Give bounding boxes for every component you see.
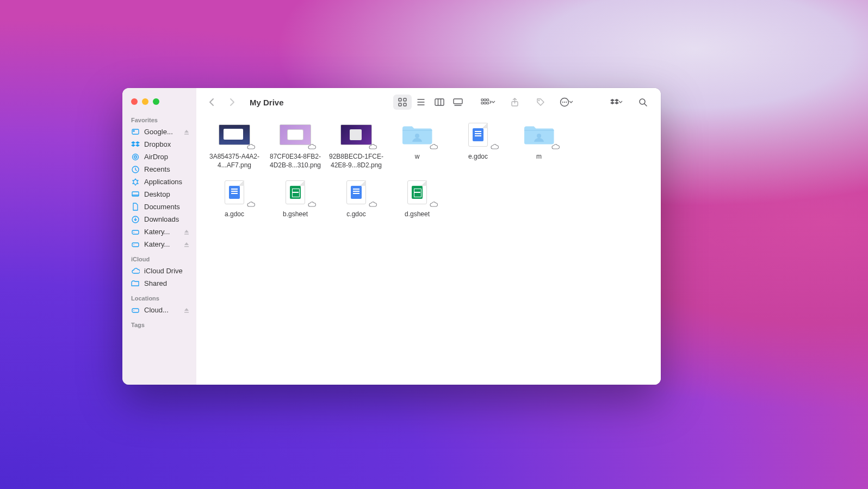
file-name-label: b.gsheet — [265, 210, 326, 218]
dropbox-icon — [131, 140, 140, 149]
file-grid-area[interactable]: 3A854375-A4A2-4...AF7.png87CF0E34-8FB2-4… — [196, 116, 661, 385]
sidebar-item-downloads[interactable]: Downloads — [122, 213, 196, 225]
cloud-status-icon — [429, 143, 438, 150]
sidebar-section-tags: Tags — [122, 316, 196, 330]
cloud-status-icon — [246, 143, 255, 150]
sidebar-item-desktop[interactable]: Desktop — [122, 188, 196, 200]
cloud-status-icon — [490, 143, 499, 150]
sidebar-section-icloud: iCloud — [122, 250, 196, 265]
svg-line-40 — [644, 104, 647, 106]
sidebar-item-label: Cloud... — [144, 306, 179, 314]
eject-icon[interactable] — [183, 307, 190, 314]
airdrop-icon — [131, 153, 140, 161]
close-button[interactable] — [131, 98, 138, 105]
disk-icon — [131, 228, 140, 236]
svg-rect-25 — [454, 99, 462, 104]
sidebar-item-icloud-drive[interactable]: iCloud Drive — [122, 265, 196, 277]
sidebar-item-cloud-[interactable]: Cloud... — [122, 304, 196, 316]
file-item[interactable]: e.gdoc — [448, 122, 509, 170]
svg-point-12 — [133, 244, 134, 244]
back-button[interactable] — [205, 96, 218, 109]
downloads-icon — [131, 215, 140, 224]
file-thumbnail — [339, 122, 374, 148]
window-title: My Drive — [250, 98, 284, 107]
svg-point-34 — [538, 100, 540, 101]
eject-icon[interactable] — [183, 129, 190, 135]
svg-point-10 — [133, 231, 134, 232]
svg-point-42 — [537, 134, 541, 138]
finder-sidebar: Favorites Google...DropboxAirDropRecents… — [122, 88, 196, 385]
action-menu-button[interactable] — [557, 95, 576, 110]
zoom-button[interactable] — [153, 98, 159, 105]
disk-icon — [131, 240, 140, 249]
svg-rect-27 — [481, 99, 483, 101]
sidebar-item-airdrop[interactable]: AirDrop — [122, 151, 196, 163]
svg-point-4 — [135, 156, 136, 158]
sidebar-section-locations: Locations — [122, 290, 196, 304]
tags-button[interactable] — [531, 95, 550, 110]
sidebar-item-label: Desktop — [144, 190, 190, 198]
file-item[interactable]: 87CF0E34-8FB2-4D2B-8...310.png — [265, 122, 326, 170]
png-thumbnail — [219, 124, 250, 145]
eject-icon[interactable] — [183, 229, 190, 235]
file-item[interactable]: 3A854375-A4A2-4...AF7.png — [204, 122, 265, 170]
gdoc-icon — [468, 123, 488, 147]
sidebar-item-label: Documents — [144, 203, 190, 211]
gdrive-icon — [131, 128, 140, 136]
gsheet-icon — [407, 180, 427, 204]
forward-button[interactable] — [226, 96, 239, 109]
eject-icon[interactable] — [183, 241, 190, 248]
sidebar-item-katery-[interactable]: Katery... — [122, 238, 196, 250]
file-name-label: d.gsheet — [387, 210, 448, 218]
sidebar-item-katery-[interactable]: Katery... — [122, 225, 196, 238]
cloud-status-icon — [368, 143, 377, 150]
sidebar-item-shared[interactable]: Shared — [122, 277, 196, 290]
dropbox-toolbar-button[interactable] — [607, 95, 626, 110]
sidebar-item-applications[interactable]: Applications — [122, 175, 196, 188]
file-item[interactable]: 92B8BECD-1FCE-42E8-9...8D2.png — [326, 122, 387, 170]
file-item[interactable]: c.gdoc — [326, 179, 387, 218]
sidebar-item-label: Dropbox — [144, 140, 190, 148]
svg-rect-11 — [132, 243, 139, 247]
gdoc-icon — [346, 180, 366, 204]
svg-rect-28 — [484, 99, 486, 101]
sidebar-item-documents[interactable]: Documents — [122, 200, 196, 213]
file-item[interactable]: d.gsheet — [387, 179, 448, 218]
sidebar-item-label: Google... — [144, 128, 179, 136]
file-thumbnail — [339, 179, 374, 205]
gsheet-icon — [286, 180, 305, 204]
svg-rect-30 — [481, 102, 483, 104]
file-item[interactable]: a.gdoc — [204, 179, 265, 218]
file-thumbnail — [278, 122, 313, 148]
column-view-button[interactable] — [430, 95, 449, 110]
sidebar-section-favorites: Favorites — [122, 111, 196, 126]
file-thumbnail — [217, 179, 252, 205]
svg-point-37 — [564, 102, 565, 103]
list-view-button[interactable] — [412, 95, 430, 110]
group-by-button[interactable] — [479, 95, 498, 110]
file-thumbnail — [217, 122, 252, 148]
file-thumbnail — [400, 179, 435, 205]
apps-icon — [131, 178, 140, 186]
cloud-status-icon — [246, 201, 255, 208]
cloud-status-icon — [307, 143, 316, 150]
cloud-status-icon — [551, 143, 560, 150]
svg-rect-16 — [404, 98, 406, 101]
file-item[interactable]: m — [509, 122, 569, 170]
file-item[interactable]: w — [387, 122, 448, 170]
sidebar-item-dropbox[interactable]: Dropbox — [122, 138, 196, 151]
icon-view-button[interactable] — [393, 95, 412, 110]
svg-rect-31 — [484, 102, 486, 104]
sidebar-item-google-[interactable]: Google... — [122, 126, 196, 138]
gallery-view-button[interactable] — [449, 95, 467, 110]
png-thumbnail — [340, 124, 372, 145]
minimize-button[interactable] — [142, 98, 148, 105]
view-mode-group — [393, 95, 467, 110]
sidebar-item-label: Downloads — [144, 215, 190, 223]
sidebar-item-recents[interactable]: Recents — [122, 163, 196, 175]
finder-toolbar: My Drive — [196, 88, 661, 116]
file-item[interactable]: b.gsheet — [265, 179, 326, 218]
share-button[interactable] — [505, 95, 524, 110]
desktop-icon — [131, 190, 140, 199]
search-button[interactable] — [634, 95, 652, 110]
